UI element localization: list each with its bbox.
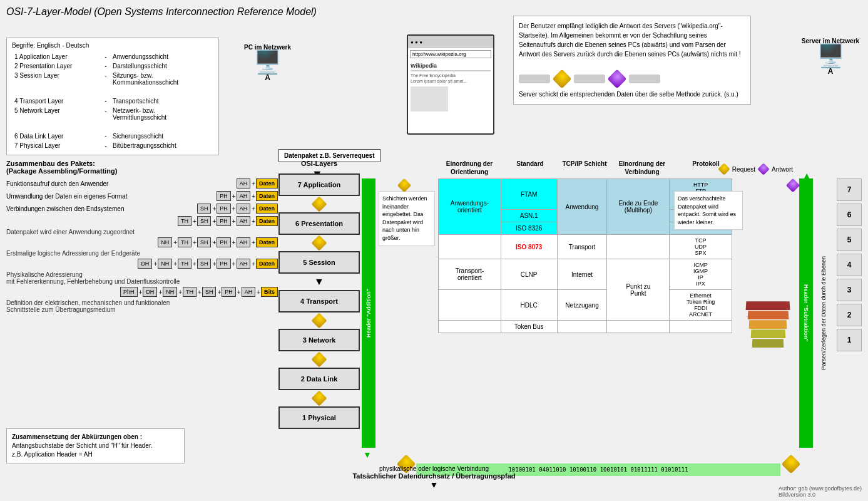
legend-note-title: Zusammensetzung der Abkürzungen oben : (12, 433, 179, 442)
terms-table: 1 Application Layer-Anwendungsschicht 2 … (12, 51, 213, 151)
layer3-row: NH + TH + SH + PH + AH + Daten Erstmalig… (6, 237, 278, 257)
browser-window: ● ● ● http://www.wikipedia.org Wikipedia… (407, 34, 494, 135)
th-verbindung: Einordnung der Verbindung (611, 160, 673, 176)
osi-layer-7: 7 Application (278, 173, 360, 196)
table-row-4: ISO 8073 Transport TCPUDPSPX (439, 235, 732, 259)
legend-row: Request Antwort (720, 165, 793, 173)
gem-6 (278, 237, 360, 250)
cell-ftam: FTAM (501, 179, 557, 210)
cell-empty4 (607, 235, 670, 259)
datenpaket-label: Datenpaket z.B. Serverrequest (284, 152, 375, 159)
cell-punkt-zu-punkt: Punkt zuPunkt (607, 259, 670, 321)
info-text: Der Benutzer empfängt lediglich die Antw… (519, 21, 745, 59)
layer6-row: Umwandlung der Daten ein eigenes Format … (6, 191, 278, 201)
layer4-row: TH + SH + PH + AH + Daten Datenpaket wir… (6, 216, 278, 235)
addition-arrow: ▼ (363, 450, 372, 460)
subtraktion-arrow: ▲ (802, 170, 811, 180)
schichten-box: Schichten werden ineinander eingebettet.… (379, 191, 435, 246)
cell-ethernet: EthernetToken RingFDDIARCNET (670, 290, 732, 321)
terms-row: 7 Physical Layer-Bitübertragungsschicht (13, 142, 212, 150)
cell-internet: Internet (557, 259, 607, 290)
layer6-desc: Umwandlung der Daten ein eigenes Format (6, 193, 217, 200)
terms-row: 5 Network Layer-Netzwerk- bzw.Vermittlun… (13, 106, 212, 121)
cell-empty2a (439, 290, 501, 321)
packet-visual (743, 301, 793, 376)
num-2: 2 (837, 304, 862, 326)
legend-note-box: Zusammensetzung der Abkürzungen oben : A… (6, 428, 185, 463)
legend-request-icon (718, 163, 730, 175)
num-1: 1 (837, 329, 862, 351)
packet-text-box: Das verschachtelte Datenpaket wird entpa… (674, 191, 743, 230)
num-3: 3 (837, 279, 862, 301)
parsen-text: Parsen/Zerlegen der Daten durch die Eben… (820, 256, 828, 370)
layer5-headers: SH + PH + AH + Daten (197, 204, 278, 214)
table-headers: Einordnung der Orientierung Standard TCP… (438, 160, 732, 176)
cell-hdlc: HDLC (501, 290, 557, 321)
osi-layer-5: 5 Session (278, 251, 360, 274)
layer7-headers: AH + Daten (237, 178, 278, 189)
layer2-row: DH + NH + TH + SH + PH + AH + Daten Phys… (6, 259, 278, 285)
parsen-label: Parsen/Zerlegen der Daten durch die Eben… (815, 178, 834, 448)
table-row-1: Token Bus (439, 321, 732, 333)
osi-layer-6: 6 Presentation (278, 212, 360, 235)
gem-4 (278, 315, 360, 328)
layer6-headers: PH + AH + Daten (217, 191, 278, 201)
gem-3 (278, 354, 360, 366)
header-addition-bar: Header "Addition" (362, 178, 375, 448)
layer1-row: PhH + DH + NH + TH + SH + PH + AH + Bits (6, 287, 278, 313)
table-row-2: HDLC Netzzugang EthernetToken RingFDDIAR… (439, 290, 732, 321)
legend-antwort-icon (757, 163, 770, 175)
cell-anwendung: Anwendung (557, 179, 607, 235)
layer5-desc: Verbindungen zwischen den Endsystemen (6, 205, 197, 212)
cell-iso8326: ISO 8326 (501, 222, 557, 235)
layer1-headers: PhH + DH + NH + TH + SH + PH + AH + Bits (120, 287, 278, 297)
assembly-title: Zusammenbau des Pakets: (Package Assembl… (6, 160, 278, 175)
th-standard: Standard (502, 160, 558, 176)
header-subtraktion-bar: Header "Subtraktion" (799, 178, 813, 448)
terms-row (13, 88, 212, 96)
cell-empty1e (670, 321, 732, 333)
gem-7 (278, 199, 360, 211)
cell-empty1a (439, 321, 501, 333)
server-icon: 🖥️ (799, 44, 862, 67)
layer3-headers: NH + TH + SH + PH + AH + Daten (158, 237, 278, 247)
th-tcpip: TCP/IP Schicht (559, 160, 610, 176)
path-label: physikalische oder logische Verbindung (0, 465, 868, 472)
author-text: Author: gob (www.godofbytes.de) (779, 485, 862, 492)
th-einordnung: Einordnung der Orientierung (438, 160, 501, 176)
cell-transport-orient2: Transport-orientiert (439, 259, 501, 290)
title-text: OSI-7-Layer-Model (6, 6, 91, 17)
table-row-3: Transport-orientiert CLNP Internet Punkt… (439, 259, 732, 290)
numbers-column: 7 6 5 4 3 2 1 (837, 178, 862, 354)
author-line: Author: gob (www.godofbytes.de) Bildvers… (779, 485, 862, 498)
cell-transport: Transport (557, 235, 607, 259)
packet-box-text: Das verschachtelte Datenpaket wird entpa… (678, 195, 739, 226)
cell-empty1d (607, 321, 670, 333)
layer7-desc: Funktionsaufruf durch den Anwender (6, 180, 237, 187)
server-box: Server im Netzwerk 🖥️ A (799, 38, 862, 76)
terms-box: Begriffe: Englisch - Deutsch 1 Applicati… (6, 38, 219, 155)
legend-request-label: Request (732, 166, 755, 173)
num-5: 5 (837, 229, 862, 251)
terms-row (13, 123, 212, 131)
osi-layer-4: 4 Transport (278, 290, 360, 312)
cell-tokenbus: Token Bus (501, 321, 557, 333)
info-text2: Server schickt die entsprechenden Daten … (519, 90, 745, 99)
pc-icon: 🖥️ (244, 51, 291, 73)
pc-sublabel: A (244, 73, 291, 82)
gems-row (519, 72, 745, 86)
page-title: OSI-7-Layer-Model (Open Systems Intercon… (6, 6, 317, 18)
daten-block: Daten (256, 178, 278, 189)
legend-antwort-label: Antwort (772, 166, 793, 173)
cell-icmp: ICMPIGMPIPIPX (670, 259, 732, 290)
cell-asn1: ASN.1 (501, 210, 557, 222)
cell-tcp: TCPUDPSPX (670, 235, 732, 259)
osi-layers-column: OSI-Layers 7 Application 6 Presentation … (278, 160, 360, 431)
cell-transport-orient (439, 235, 501, 259)
cell-empty1c (557, 321, 607, 333)
header-addition-label: Header "Addition" (365, 289, 372, 338)
terms-row: 6 Data Link Layer-Sicherungsschicht (13, 132, 212, 140)
browser-content: Wikipedia The Free EncyclopediaLorem ips… (408, 60, 493, 123)
legend-note-line2: z.B. Application Header = AH (12, 450, 179, 459)
num-6: 6 (837, 204, 862, 226)
